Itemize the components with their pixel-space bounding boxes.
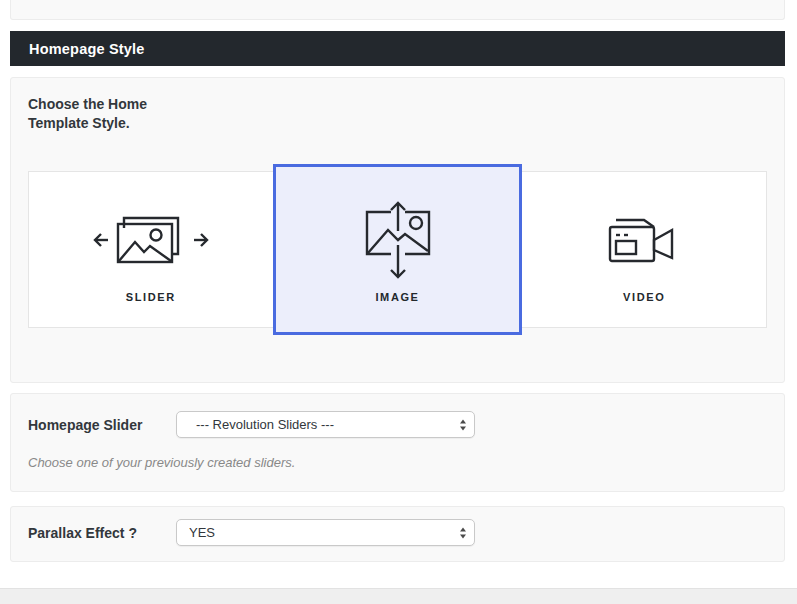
homepage-slider-select[interactable]: --- Revolution Sliders --- — [176, 411, 475, 438]
image-icon — [365, 197, 431, 283]
parallax-effect-panel: Parallax Effect ? YES — [10, 506, 785, 562]
template-option-label: IMAGE — [375, 291, 419, 303]
template-option-label: VIDEO — [623, 291, 665, 303]
slider-icon — [92, 197, 210, 283]
template-option-label: SLIDER — [126, 291, 176, 303]
homepage-slider-panel: Homepage Slider --- Revolution Sliders -… — [10, 393, 785, 492]
homepage-style-panel: Choose the Home Template Style. — [10, 77, 785, 383]
section-title: Homepage Style — [29, 41, 145, 57]
homepage-slider-label: Homepage Slider — [28, 417, 176, 433]
settings-page: Homepage Style Choose the Home Template … — [10, 0, 785, 562]
homepage-slider-select-wrap: --- Revolution Sliders --- — [176, 411, 475, 438]
parallax-effect-label: Parallax Effect ? — [28, 525, 176, 541]
template-option-video[interactable]: VIDEO — [522, 172, 766, 327]
template-option-slider[interactable]: SLIDER — [29, 172, 273, 327]
section-header-bar: Homepage Style — [10, 31, 785, 66]
video-icon — [608, 197, 680, 283]
template-option-image[interactable]: IMAGE — [273, 164, 523, 335]
footer-bar — [0, 588, 797, 604]
previous-section-panel — [10, 0, 785, 20]
homepage-slider-help-text: Choose one of your previously created sl… — [28, 455, 767, 470]
template-style-options: SLIDER IMAGE — [28, 171, 767, 328]
parallax-select[interactable]: YES — [176, 519, 475, 546]
field-description: Choose the Home Template Style. — [28, 95, 160, 133]
parallax-select-wrap: YES — [176, 519, 475, 546]
